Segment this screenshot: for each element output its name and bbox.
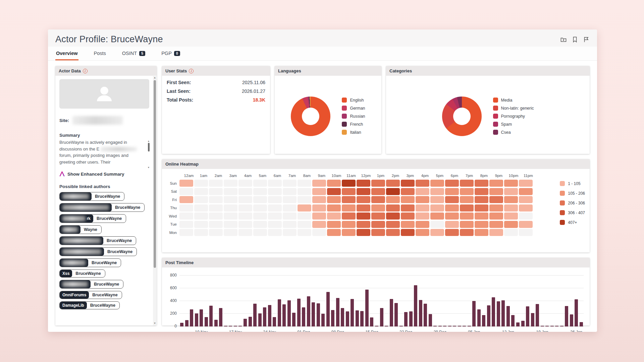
timeline-bar [302,307,305,326]
legend-swatch [493,122,498,127]
flag-icon[interactable] [583,36,590,43]
post-timeline-chart: 020040060080010 Nov17 Nov24 Nov01 Dec08 … [162,267,590,325]
timeline-bar [550,326,554,326]
x-axis-tick: 22 Dec [399,330,412,332]
heatmap-cell [342,180,356,187]
heatmap-hour-label: 4pm [418,174,432,178]
linked-author-chip[interactable]: OnniForumsBruceWayne [59,291,122,299]
timeline-bar [234,326,237,326]
tab-pgp[interactable]: PGP0 [161,47,181,60]
heatmap-day-label: Wed [166,214,179,218]
heatmap-cell [209,188,223,195]
heatmap-day-label: Sun [166,181,179,185]
linked-author-chip[interactable]: BruceWayne [59,280,123,289]
x-axis-tick: 05 Jan [468,330,480,332]
actor-data-panel: Actor Data i Site: Summary [55,66,157,325]
timeline-bar [472,301,476,326]
heatmap-cell [460,213,474,220]
tab-label: PGP [161,51,172,56]
actor-panel-scrollbar[interactable]: ▲ ▼ [153,75,157,325]
heatmap-cell [253,229,267,236]
heatmap-cell [371,188,385,195]
timeline-bar [404,312,408,326]
timeline-bar [297,299,301,326]
actor-data-title: Actor Data [59,68,81,73]
chip-site-badge [60,248,104,256]
tab-osint[interactable]: OSINT5 [121,47,146,60]
heatmap-hour-label: 3am [226,174,240,178]
tab-posts[interactable]: Posts [93,47,107,60]
heatmap-day-label: Sat [166,189,179,193]
legend-item: 105 - 206 [560,191,585,196]
heatmap-cell [430,221,444,228]
linked-author-chip[interactable]: BruceWayne [59,203,145,212]
heatmap-cell [268,213,282,220]
legend-item: Pornography [493,114,534,119]
linked-author-chip[interactable]: BruceWayne [59,236,136,245]
linked-author-chip[interactable]: XssBruceWayne [59,269,105,278]
info-icon[interactable]: i [83,69,88,73]
linked-author-chip[interactable]: BruceWayne [59,247,137,256]
heatmap-cell [224,213,237,220]
timeline-bar [209,306,213,326]
show-enhanced-summary-button[interactable]: Show Enhanced Summary [59,171,150,177]
heatmap-day-label: Thu [166,206,179,210]
heatmap-hour-label: 9am [314,174,329,178]
chip-author-label: BruceWayne [112,203,144,212]
heatmap-cell [327,188,341,195]
heatmap-cell [416,188,429,195]
online-heatmap-chart: 12am1am2am3am4am5am6am7am8am9am10am11am1… [162,169,590,252]
timeline-bar [263,307,266,326]
heatmap-cell [194,196,208,203]
chip-site-badge [60,259,88,267]
tab-overview[interactable]: Overview [55,47,78,60]
heatmap-cell [268,221,282,228]
heatmap-hour-label: 5pm [432,174,447,178]
linked-author-chip[interactable]: BruceWayne [59,258,121,267]
y-axis-tick: 800 [170,273,177,278]
timeline-bar [443,326,446,326]
chip-author-label: Wayne [80,226,101,234]
heatmap-cell [268,188,282,195]
chip-author-label: BruceWayne [104,248,137,256]
timeline-bar [526,306,529,326]
x-axis-tick: 26 Jan [570,330,582,332]
info-icon[interactable]: i [189,69,194,73]
add-to-collection-icon[interactable] [560,36,567,43]
dashboard-content: Actor Data i Site: Summary [48,61,597,331]
y-axis-tick: 0 [174,324,177,328]
x-axis-tick: 24 Nov [263,330,276,332]
timeline-bar [195,313,198,326]
languages-chart: EnglishGermanRussianFrenchItalian [275,76,381,154]
heatmap-cell [238,204,252,212]
legend-item: Non-latin: generic [493,106,534,111]
heatmap-cell [342,221,356,228]
timeline-bar [238,326,242,326]
timeline-bar [307,296,310,326]
heatmap-cell [194,221,208,228]
timeline-bar [258,313,262,326]
heatmap-cell [386,196,400,203]
heatmap-cell [445,188,459,195]
timeline-bar [317,303,320,326]
legend-label: French [350,122,363,127]
timeline-bar [390,299,393,326]
y-axis-tick: 600 [170,286,177,290]
linked-author-chip[interactable]: DamageLibBruceWayne [59,301,120,309]
heatmap-cell [445,221,459,228]
linked-author-chip[interactable]: BruceWayne [59,192,124,201]
chip-author-label: BruceWayne [93,215,126,223]
timeline-bar [370,317,373,326]
heatmap-cell [283,180,297,187]
linked-author-chip[interactable]: rkBruceWayne [59,214,126,223]
heatmap-cell [430,229,444,236]
timeline-bar [409,311,413,326]
legend-item: 206 - 306 [560,200,585,205]
legend-label: Csea [501,130,511,135]
linked-author-chip[interactable]: Wayne [59,225,102,234]
summary-scrollbar[interactable]: ▲▼ [147,140,150,169]
heatmap-cell [253,204,267,212]
heatmap-cell [445,204,459,212]
heatmap-cell [504,204,518,212]
bookmark-icon[interactable] [572,36,578,43]
